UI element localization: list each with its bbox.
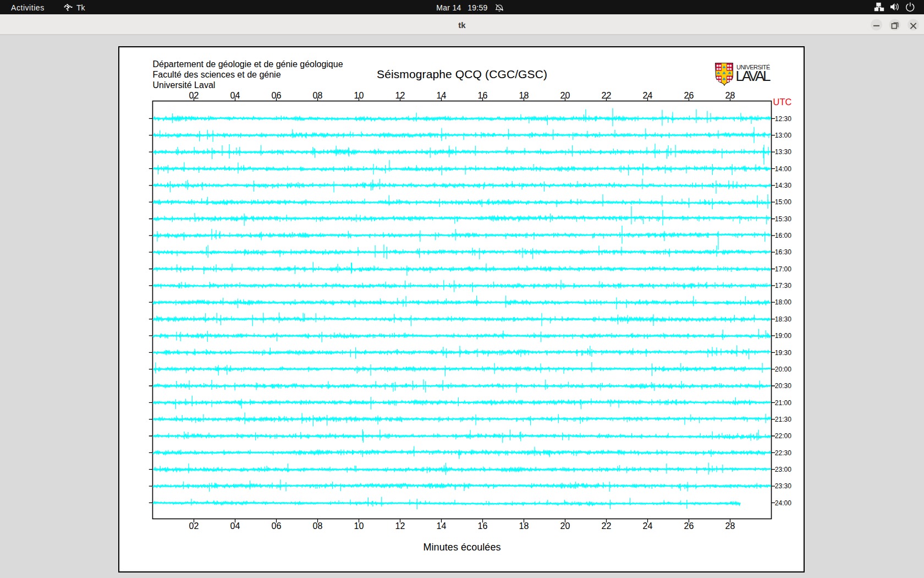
svg-text:16:00: 16:00 xyxy=(775,232,791,239)
svg-text:16: 16 xyxy=(478,91,488,100)
svg-text:12: 12 xyxy=(395,521,405,531)
svg-text:04: 04 xyxy=(230,521,240,531)
svg-text:10: 10 xyxy=(354,521,364,531)
svg-text:Tk: Tk xyxy=(76,3,86,12)
svg-text:22:00: 22:00 xyxy=(775,432,791,440)
svg-text:Activities: Activities xyxy=(11,3,45,12)
svg-text:21:30: 21:30 xyxy=(775,416,791,423)
svg-text:08: 08 xyxy=(313,91,323,100)
svg-text:Séismographe QCQ (CGC/GSC): Séismographe QCQ (CGC/GSC) xyxy=(377,68,547,80)
svg-text:LAVAL: LAVAL xyxy=(736,68,771,84)
svg-text:24:00: 24:00 xyxy=(775,499,791,507)
svg-text:Mar 14 19:59: Mar 14 19:59 xyxy=(436,3,487,12)
svg-text:28: 28 xyxy=(725,91,735,100)
svg-text:23:30: 23:30 xyxy=(775,482,791,490)
svg-text:15:00: 15:00 xyxy=(775,198,791,206)
svg-text:02: 02 xyxy=(189,521,199,531)
svg-text:Faculté des sciences et de gén: Faculté des sciences et de génie xyxy=(153,70,281,79)
svg-text:Minutes écoulées: Minutes écoulées xyxy=(424,542,501,553)
svg-text:23:00: 23:00 xyxy=(775,466,791,473)
svg-text:UTC: UTC xyxy=(773,97,792,107)
svg-text:08: 08 xyxy=(313,521,323,531)
svg-text:22: 22 xyxy=(602,91,612,100)
svg-text:15:30: 15:30 xyxy=(775,215,791,223)
svg-text:02: 02 xyxy=(189,91,199,100)
svg-text:06: 06 xyxy=(272,91,282,100)
svg-text:18:00: 18:00 xyxy=(775,298,791,306)
svg-text:20: 20 xyxy=(560,91,570,100)
svg-text:14: 14 xyxy=(437,91,447,100)
svg-text:24: 24 xyxy=(643,91,653,100)
svg-text:16: 16 xyxy=(478,521,488,531)
svg-text:13:00: 13:00 xyxy=(775,132,791,139)
svg-text:20: 20 xyxy=(560,521,570,531)
svg-text:13:30: 13:30 xyxy=(775,148,791,156)
svg-text:19:00: 19:00 xyxy=(775,332,791,340)
svg-text:16:30: 16:30 xyxy=(775,248,791,256)
svg-text:12:30: 12:30 xyxy=(775,115,791,123)
svg-text:20:00: 20:00 xyxy=(775,366,791,373)
svg-text:10: 10 xyxy=(354,91,364,100)
svg-text:06: 06 xyxy=(272,521,282,531)
svg-text:14: 14 xyxy=(437,521,447,531)
svg-text:17:00: 17:00 xyxy=(775,265,791,273)
svg-text:14:30: 14:30 xyxy=(775,182,791,189)
svg-text:18:30: 18:30 xyxy=(775,315,791,323)
svg-text:18: 18 xyxy=(519,91,529,100)
svg-text:19:30: 19:30 xyxy=(775,349,791,357)
svg-text:24: 24 xyxy=(643,521,653,531)
svg-text:26: 26 xyxy=(684,521,694,531)
svg-text:26: 26 xyxy=(684,91,694,100)
svg-text:28: 28 xyxy=(725,521,735,531)
svg-text:22: 22 xyxy=(602,521,612,531)
svg-text:14:00: 14:00 xyxy=(775,165,791,173)
svg-text:17:30: 17:30 xyxy=(775,282,791,290)
svg-text:04: 04 xyxy=(230,91,240,100)
svg-text:tk: tk xyxy=(458,20,466,30)
svg-text:Département de géologie et de: Département de géologie et de génie géol… xyxy=(153,59,343,69)
svg-text:21:00: 21:00 xyxy=(775,399,791,407)
svg-text:20:30: 20:30 xyxy=(775,382,791,390)
svg-text:12: 12 xyxy=(395,91,405,100)
svg-text:22:30: 22:30 xyxy=(775,449,791,457)
svg-text:18: 18 xyxy=(519,521,529,531)
svg-text:Université Laval: Université Laval xyxy=(153,80,216,90)
